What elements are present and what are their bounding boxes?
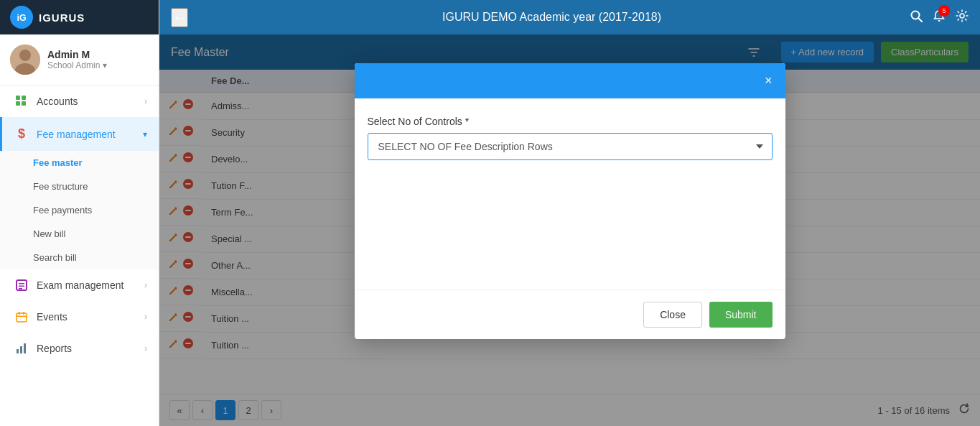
svg-rect-11 bbox=[19, 286, 24, 287]
topbar-icons: 5 bbox=[910, 9, 969, 26]
chevron-right-icon: › bbox=[144, 96, 147, 106]
user-info: Admin M School Admin ▾ bbox=[47, 49, 149, 70]
svg-rect-17 bbox=[17, 349, 19, 353]
chevron-right-icon4: › bbox=[144, 343, 147, 353]
modal-footer: Close Submit bbox=[355, 290, 785, 339]
modal-close-button[interactable]: × bbox=[765, 73, 773, 88]
chevron-right-icon3: › bbox=[144, 312, 147, 322]
modal-dialog: × Select No of Controls * SELECT NO OF F… bbox=[355, 63, 785, 339]
modal-body: Select No of Controls * SELECT NO OF Fee… bbox=[355, 98, 785, 290]
svg-rect-7 bbox=[16, 101, 20, 106]
sidebar-item-accounts-label: Accounts bbox=[37, 96, 144, 107]
dollar-icon: $ bbox=[14, 126, 29, 142]
svg-rect-8 bbox=[22, 101, 26, 106]
modal-content-area: SELECT NO OF Fee Description Rows bbox=[368, 133, 773, 277]
svg-rect-14 bbox=[19, 312, 20, 315]
sidebar-item-exam-management[interactable]: Exam management › bbox=[0, 269, 159, 301]
svg-rect-13 bbox=[17, 313, 27, 322]
sidebar-logo: iG IGURUS bbox=[0, 0, 159, 34]
sidebar-subitem-fee-master[interactable]: Fee master bbox=[0, 151, 159, 175]
user-role[interactable]: School Admin ▾ bbox=[47, 60, 149, 70]
user-name: Admin M bbox=[47, 49, 149, 60]
modal-overlay: × Select No of Controls * SELECT NO OF F… bbox=[159, 34, 980, 426]
sidebar-nav: Accounts › $ Fee management ▾ Fee master… bbox=[0, 85, 159, 426]
sidebar-subitem-search-bill[interactable]: Search bill bbox=[0, 246, 159, 269]
chevron-right-icon2: › bbox=[144, 280, 147, 290]
sidebar-item-events-label: Events bbox=[37, 311, 144, 323]
sidebar-item-fee-management[interactable]: $ Fee management ▾ bbox=[0, 117, 159, 151]
content-area: Fee Master + Add new record ClassParticu… bbox=[159, 34, 980, 426]
sidebar-item-fee-management-label: Fee management bbox=[37, 129, 143, 140]
sidebar-item-exam-management-label: Exam management bbox=[37, 279, 144, 291]
search-icon[interactable] bbox=[910, 9, 923, 26]
svg-text:iG: iG bbox=[17, 13, 26, 23]
topbar-title: IGURU DEMO Academic year (2017-2018) bbox=[202, 11, 901, 24]
settings-icon[interactable] bbox=[956, 9, 969, 26]
notifications-icon[interactable]: 5 bbox=[933, 9, 946, 26]
sidebar: iG IGURUS Admin M School Admin ▾ bbox=[0, 0, 159, 426]
topbar: ← IGURU DEMO Academic year (2017-2018) 5 bbox=[159, 0, 980, 34]
svg-point-23 bbox=[960, 14, 964, 18]
sidebar-item-accounts[interactable]: Accounts › bbox=[0, 85, 159, 117]
svg-rect-5 bbox=[16, 96, 20, 100]
back-button[interactable]: ← bbox=[171, 8, 188, 27]
modal-select-label: Select No of Controls * bbox=[368, 116, 773, 127]
notification-badge: 5 bbox=[938, 5, 950, 17]
fee-submenu: Fee master Fee structure Fee payments Ne… bbox=[0, 151, 159, 269]
sidebar-item-reports-label: Reports bbox=[37, 343, 144, 354]
svg-rect-15 bbox=[23, 312, 24, 315]
events-icon bbox=[14, 310, 29, 323]
sidebar-user: Admin M School Admin ▾ bbox=[0, 34, 159, 85]
sidebar-item-reports[interactable]: Reports › bbox=[0, 333, 159, 364]
sidebar-item-events[interactable]: Events › bbox=[0, 301, 159, 333]
logo-icon: iG bbox=[10, 6, 33, 29]
avatar bbox=[10, 45, 40, 75]
svg-line-21 bbox=[919, 18, 923, 22]
sidebar-subitem-new-bill[interactable]: New bill bbox=[0, 222, 159, 246]
svg-point-3 bbox=[19, 50, 31, 61]
chevron-down-icon: ▾ bbox=[103, 60, 107, 70]
modal-close-btn[interactable]: Close bbox=[643, 302, 702, 328]
modal-submit-btn[interactable]: Submit bbox=[709, 302, 773, 328]
svg-rect-19 bbox=[24, 343, 26, 353]
accounts-icon bbox=[14, 95, 29, 108]
svg-rect-12 bbox=[19, 288, 22, 290]
reports-icon bbox=[14, 342, 29, 355]
svg-rect-10 bbox=[19, 283, 24, 284]
sidebar-subitem-fee-payments[interactable]: Fee payments bbox=[0, 198, 159, 222]
exam-icon bbox=[14, 279, 29, 292]
svg-rect-18 bbox=[20, 346, 22, 353]
chevron-down-icon: ▾ bbox=[143, 129, 147, 139]
svg-rect-6 bbox=[22, 96, 26, 100]
svg-rect-16 bbox=[17, 316, 27, 318]
sidebar-subitem-fee-structure[interactable]: Fee structure bbox=[0, 175, 159, 198]
modal-header: × bbox=[355, 63, 785, 98]
logo-text: IGURUS bbox=[39, 11, 85, 24]
main-content: ← IGURU DEMO Academic year (2017-2018) 5 bbox=[159, 0, 980, 426]
svg-point-22 bbox=[938, 20, 941, 22]
controls-select[interactable]: SELECT NO OF Fee Description Rows bbox=[368, 133, 773, 160]
